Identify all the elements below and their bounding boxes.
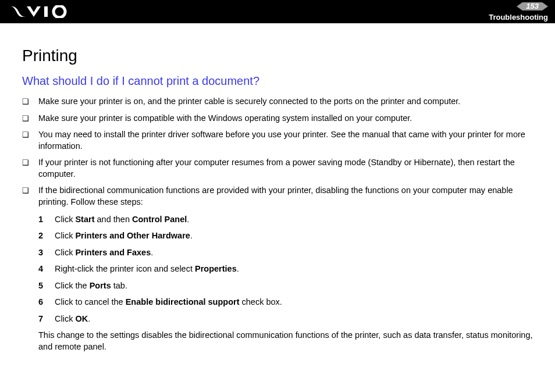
svg-point-1	[54, 6, 65, 17]
vaio-logo	[10, 5, 74, 18]
list-item: If your printer is not functioning after…	[38, 157, 536, 180]
step-number: 2	[38, 230, 43, 242]
step-text: Click OK.	[55, 314, 90, 323]
step-item: 1Click Start and then Control Panel.	[55, 214, 536, 226]
step-number: 5	[38, 280, 43, 292]
svg-rect-0	[44, 6, 48, 17]
step-text: Click Printers and Other Hardware.	[55, 231, 193, 240]
step-text: Click Start and then Control Panel.	[55, 215, 189, 224]
step-text: Right-click the printer icon and select …	[55, 264, 239, 273]
header-right: 153 Troubleshooting	[489, 2, 548, 22]
page-number-badge: 153	[517, 2, 548, 10]
step-item: 3Click Printers and Faxes.	[55, 247, 536, 259]
page-content: Printing What should I do if I cannot pr…	[0, 23, 555, 365]
bullet-list: Make sure your printer is on, and the pr…	[22, 96, 536, 208]
step-item: 4Right-click the printer icon and select…	[55, 263, 536, 275]
next-page-arrow-icon[interactable]	[542, 2, 548, 10]
footnote: This change to the settings disables the…	[22, 330, 536, 352]
page-header: 153 Troubleshooting	[0, 0, 555, 23]
list-item: Make sure your printer is on, and the pr…	[38, 96, 536, 108]
list-item: You may need to install the printer driv…	[38, 129, 536, 152]
steps-list: 1Click Start and then Control Panel. 2Cl…	[22, 214, 536, 325]
step-text: Click Printers and Faxes.	[55, 248, 153, 257]
page-number: 153	[522, 2, 542, 10]
step-item: 2Click Printers and Other Hardware.	[55, 230, 536, 242]
step-item: 5Click the Ports tab.	[55, 280, 536, 292]
step-number: 1	[38, 214, 43, 226]
page-subtitle: What should I do if I cannot print a doc…	[22, 74, 536, 88]
step-number: 4	[38, 263, 43, 275]
section-name: Troubleshooting	[489, 13, 548, 22]
step-text: Click to cancel the Enable bidirectional…	[55, 297, 282, 307]
step-number: 3	[38, 247, 43, 259]
page-title: Printing	[22, 47, 536, 65]
step-item: 6Click to cancel the Enable bidirectiona…	[55, 297, 536, 308]
step-text: Click the Ports tab.	[55, 281, 127, 290]
step-number: 7	[38, 313, 43, 325]
prev-page-arrow-icon[interactable]	[517, 2, 522, 10]
step-item: 7Click OK.	[55, 313, 536, 325]
step-number: 6	[38, 297, 43, 308]
list-item: Make sure your printer is compatible wit…	[38, 113, 536, 124]
list-item: If the bidirectional communication funct…	[38, 185, 536, 208]
